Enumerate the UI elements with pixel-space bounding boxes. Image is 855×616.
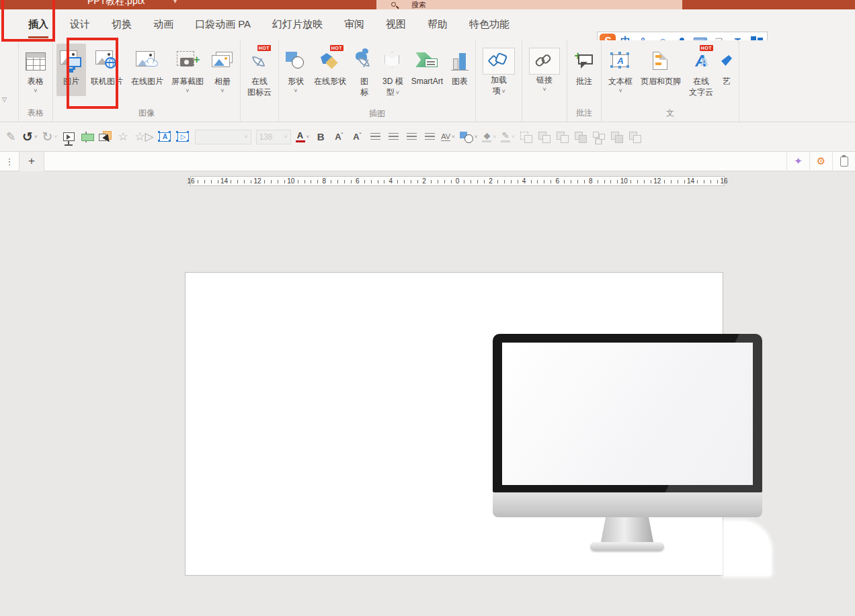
- word-cloud-icon: A: [692, 52, 710, 70]
- add-slide-button[interactable]: +: [19, 152, 44, 171]
- clipboard-icon[interactable]: [832, 152, 855, 171]
- ribbon-button-word-cloud[interactable]: HOTA在线文字云: [686, 44, 717, 107]
- decrease-font[interactable]: Aˇ: [350, 127, 364, 147]
- ribbon-button-header-footer[interactable]: 页眉和页脚: [637, 44, 684, 96]
- button-label: 标: [360, 87, 368, 97]
- line-spacing[interactable]: [423, 127, 436, 147]
- increase-font[interactable]: Aˆ: [332, 127, 345, 147]
- insert-media[interactable]: ▷: [177, 127, 190, 147]
- title-dropdown-icon[interactable]: ▾: [173, 0, 177, 5]
- insert-textbox[interactable]: A: [159, 127, 172, 147]
- tab-插入[interactable]: 插入: [17, 9, 59, 40]
- monitor-chin: [493, 492, 762, 517]
- ruler-tick: [678, 180, 678, 183]
- document-title: PPT教程.pptx: [87, 0, 145, 7]
- tab-幻灯片放映[interactable]: 幻灯片放映: [261, 9, 333, 40]
- search-box[interactable]: 搜索: [376, 0, 682, 9]
- animation-pane[interactable]: [80, 127, 93, 147]
- ruler-tick: [438, 180, 438, 183]
- ribbon-button-textbox[interactable]: A文本框˅: [605, 44, 636, 96]
- chevron-down-icon: ˅: [512, 134, 515, 140]
- ruler-tick: [598, 180, 598, 183]
- tab-视图[interactable]: 视图: [375, 9, 417, 40]
- ribbon-button-online-picture[interactable]: 联机图片: [87, 44, 126, 96]
- tab-设计[interactable]: 设计: [59, 9, 101, 40]
- monitor-screen: [502, 343, 753, 485]
- ribbon-button-table[interactable]: 表格˅: [22, 44, 49, 96]
- comment-icon: +: [574, 52, 594, 71]
- ribbon-button-web-picture[interactable]: 在线图片: [128, 44, 167, 96]
- tab-口袋动画 PA[interactable]: 口袋动画 PA: [184, 9, 261, 40]
- ruler-tick: [198, 180, 198, 183]
- tab-帮助[interactable]: 帮助: [417, 9, 458, 40]
- align-center[interactable]: [386, 127, 400, 147]
- ruler-tick: [337, 180, 338, 183]
- ruler-label: 8: [584, 177, 598, 185]
- magic-wand-icon[interactable]: ✦: [786, 152, 809, 171]
- ruler-tick: [278, 180, 278, 183]
- bring-forward-icon: [575, 132, 587, 142]
- 3d-model-icon: [384, 52, 401, 71]
- chevron-down-icon: ˅: [396, 89, 399, 96]
- font-name-combo: ˅: [195, 130, 251, 144]
- ribbon-button-smartart[interactable]: SmartArt: [408, 44, 446, 96]
- ruler-tick: [604, 180, 605, 183]
- selection[interactable]: [98, 127, 112, 147]
- align-right-icon: [407, 133, 417, 141]
- ruler-label: 16: [717, 177, 731, 185]
- tab-切换[interactable]: 切换: [101, 9, 142, 40]
- button-label: SmartArt: [411, 76, 443, 87]
- redo: ↻˅: [42, 127, 58, 147]
- ribbon-button-icons[interactable]: 图标: [351, 44, 378, 107]
- tab-特色功能[interactable]: 特色功能: [458, 9, 520, 40]
- group-label-图像: 图像: [56, 107, 237, 122]
- ruler-tick: [464, 180, 464, 183]
- ribbon-button-3d-model[interactable]: 3D 模型˅: [379, 44, 407, 107]
- ruler-tick: [237, 180, 238, 183]
- ribbon-button-icon-cloud[interactable]: HOT在线图标云: [244, 44, 275, 107]
- ribbon-button-wordart-cut[interactable]: 艺: [718, 44, 735, 96]
- align-right[interactable]: [405, 127, 418, 147]
- ribbon-button-shapes[interactable]: 形状˅: [282, 44, 309, 96]
- collapse-arrow-icon[interactable]: ▽: [2, 96, 7, 103]
- group-label-文: 文: [604, 107, 736, 122]
- format-painter: ✎: [4, 127, 17, 147]
- ribbon-button-comment[interactable]: +批注: [571, 44, 598, 96]
- button-label: 3D 模: [382, 76, 403, 87]
- ribbon-button-picture[interactable]: 图片: [56, 44, 86, 96]
- ribbon-button-addins[interactable]: 加载项˅: [479, 44, 518, 106]
- chevron-down-icon: ˅: [34, 134, 38, 140]
- tab-动画[interactable]: 动画: [142, 9, 184, 40]
- char-spacing[interactable]: AV˅: [441, 127, 455, 147]
- ribbon-button-screenshot[interactable]: +屏幕截图˅: [168, 44, 207, 96]
- wordart-cut-icon: [721, 52, 732, 70]
- insert-textbox-icon: A: [159, 132, 171, 142]
- group-label-批注: 批注: [570, 107, 598, 122]
- distribute-objects: [592, 127, 606, 147]
- undo-icon: ↺: [22, 130, 33, 144]
- chevron-down-icon: ˅: [54, 134, 58, 140]
- slideshow[interactable]: [62, 127, 75, 147]
- ribbon-button-link[interactable]: 链接˅: [526, 44, 563, 95]
- ruler-tick: [564, 180, 565, 183]
- font-color[interactable]: A˅: [296, 127, 310, 147]
- button-label: 链接: [536, 75, 553, 85]
- ribbon-button-chart[interactable]: 图表: [448, 44, 472, 96]
- chevron-down-icon: ˅: [220, 87, 224, 96]
- settings-gear-icon[interactable]: ⚙: [809, 152, 832, 171]
- tab-审阅[interactable]: 审阅: [333, 9, 375, 40]
- group-objects: [538, 127, 551, 147]
- more-options-icon[interactable]: ⋮: [0, 157, 19, 167]
- format-toolbar: ✎↺˅↻˅☆☆▷A▷˅138˅A˅BAˆAˇAV˅˅◆˅✎˅: [0, 122, 855, 152]
- shape-quick-style[interactable]: ˅: [460, 127, 478, 147]
- undo[interactable]: ↺˅: [22, 127, 38, 147]
- ruler-label: 10: [284, 177, 298, 185]
- bold[interactable]: B: [314, 127, 327, 147]
- editing-canvas[interactable]: 1614121086420246810121416: [0, 171, 855, 616]
- align-left[interactable]: [368, 127, 382, 147]
- slide-tab-bar: ⋮ + ✦ ⚙: [0, 152, 855, 171]
- increase-font-icon: Aˆ: [335, 132, 343, 142]
- ruler-tick: [411, 180, 411, 183]
- ribbon-button-album[interactable]: 相册˅: [208, 44, 237, 96]
- ribbon-button-online-shapes[interactable]: HOT在线形状: [311, 44, 350, 96]
